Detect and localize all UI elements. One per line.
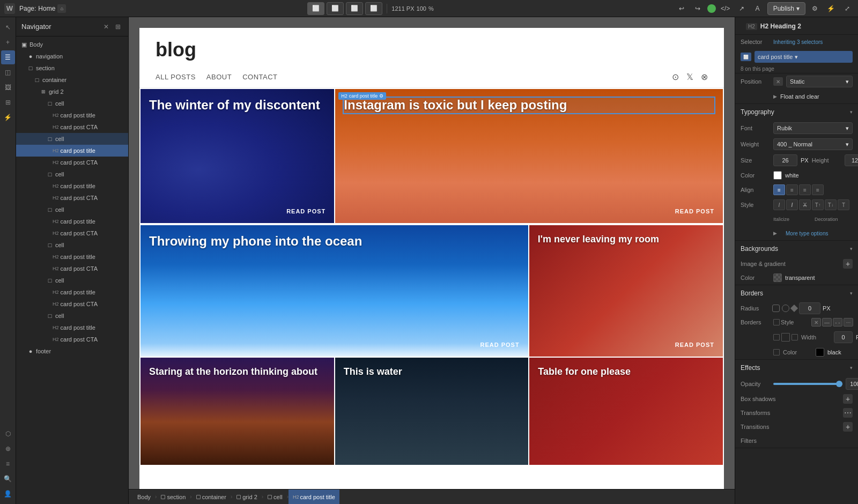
tree-item-h2-7[interactable]: H2 card post title [16, 216, 128, 227]
tool-layers[interactable]: ⊕ [1, 442, 15, 456]
tree-item-cell7[interactable]: □ cell [16, 310, 128, 322]
float-expand-arrow[interactable]: ▶ [773, 94, 777, 99]
tree-item-h2-11[interactable]: H2 card post title [16, 286, 128, 298]
tree-item-body[interactable]: ▣ Body [16, 39, 128, 50]
redo-button[interactable]: ↪ [691, 2, 704, 15]
height-input[interactable] [845, 154, 858, 166]
tool-components[interactable]: ◫ [1, 65, 15, 79]
bg-color-swatch[interactable] [773, 273, 782, 282]
breadcrumb-section[interactable]: section [157, 490, 190, 504]
backgrounds-header[interactable]: Backgrounds ▾ [735, 241, 858, 257]
breadcrumb-cell[interactable]: cell [263, 490, 287, 504]
breadcrumb-grid2[interactable]: grid 2 [232, 490, 262, 504]
lightning-button[interactable]: ⚡ [825, 2, 838, 15]
border-style-dotted-button[interactable]: ··· [844, 318, 853, 327]
tablet-breakpoint[interactable]: ⬜ [346, 2, 363, 15]
position-dropdown[interactable]: Static ▾ [786, 76, 853, 87]
align-center-button[interactable]: ≡ [786, 184, 798, 195]
code-view-button[interactable]: </> [719, 2, 732, 15]
tree-item-grid2[interactable]: ⊞ grid 2 [16, 86, 128, 98]
nav-contact[interactable]: CONTACT [242, 73, 277, 81]
navigator-expand[interactable]: ⊞ [113, 22, 123, 32]
tree-item-h2-4[interactable]: H2 card post CTA [16, 157, 128, 168]
align-justify-button[interactable]: ≡ [812, 184, 824, 195]
breadcrumb-h2-card-post-title[interactable]: H2 card post title [289, 490, 339, 504]
desktop-breakpoint[interactable]: ⬜ [327, 2, 344, 15]
effects-header[interactable]: Effects ▾ [735, 360, 858, 376]
expand-button[interactable]: ⤢ [841, 2, 854, 15]
tree-item-cell2[interactable]: □ cell [16, 133, 128, 145]
navigator-close[interactable]: ✕ [101, 22, 111, 32]
instagram-icon[interactable]: ⊙ [672, 72, 679, 82]
bold-italic-button[interactable]: I [786, 199, 798, 210]
settings-gear-icon[interactable]: ⚙ [379, 93, 383, 99]
radius-diamond-icon[interactable] [790, 305, 798, 312]
tree-item-cell3[interactable]: □ cell [16, 168, 128, 180]
tree-item-h2-13[interactable]: H2 card post title [16, 322, 128, 333]
border-bottom-button[interactable] [792, 334, 798, 340]
undo-button[interactable]: ↩ [675, 2, 688, 15]
radius-square-icon[interactable] [772, 305, 780, 312]
typography-header[interactable]: Typography ▾ [735, 104, 858, 120]
add-box-shadow-button[interactable]: + [843, 394, 853, 404]
border-style-dashed-button[interactable]: - - [833, 318, 842, 327]
tree-item-h2-2[interactable]: H2 card post CTA [16, 121, 128, 133]
canvas-area[interactable]: blog ALL POSTS ABOUT CONTACT ⊙ 𝕏 ⊗ [129, 17, 735, 489]
text-tool-button[interactable]: A [751, 2, 764, 15]
card-table[interactable]: Table for one please [529, 358, 723, 465]
border-color-side-button[interactable] [773, 349, 780, 355]
share-button[interactable]: ↗ [735, 2, 748, 15]
github-icon[interactable]: ⊗ [701, 72, 708, 82]
tree-item-h2-12[interactable]: H2 card post CTA [16, 298, 128, 310]
border-style-x-button[interactable]: ✕ [811, 318, 821, 327]
tool-navigator[interactable]: ☰ [1, 50, 15, 64]
card-winter[interactable]: The winter of my discontent READ POST [140, 89, 334, 223]
card-room[interactable]: I'm never leaving my room READ POST [529, 225, 723, 357]
card-horizon[interactable]: Staring at the horizon thinking about [140, 358, 334, 465]
tool-add[interactable]: + [1, 35, 15, 49]
tool-interactions[interactable]: ≡ [1, 457, 15, 471]
border-top-button[interactable] [773, 334, 780, 340]
tree-item-navigation[interactable]: ● navigation [16, 50, 128, 62]
settings-button[interactable]: ⚙ [809, 2, 822, 15]
align-left-button[interactable]: ≡ [773, 184, 785, 195]
tool-cms[interactable]: ⊞ [1, 95, 15, 109]
borders-header[interactable]: Borders ▾ [735, 285, 858, 301]
add-transition-button[interactable]: + [843, 422, 853, 432]
tree-item-h2-6[interactable]: H2 card post CTA [16, 192, 128, 204]
nav-about[interactable]: ABOUT [206, 73, 232, 81]
radius-input[interactable] [799, 302, 820, 314]
breadcrumb-body[interactable]: Body [133, 490, 155, 504]
nav-all-posts[interactable]: ALL POSTS [156, 73, 196, 81]
weight-dropdown[interactable]: 400 _ Normal ▾ [773, 138, 853, 150]
add-transform-button[interactable]: ⋯ [843, 408, 853, 418]
selector-dropdown[interactable]: card post title ▾ [755, 51, 853, 63]
tree-item-h2-8[interactable]: H2 card post CTA [16, 227, 128, 239]
card-instagram[interactable]: H2 card post title ⚙ Instagram is toxic … [335, 89, 723, 223]
strikethrough-button[interactable]: X [799, 199, 811, 210]
tree-item-h2-14[interactable]: H2 card post CTA [16, 333, 128, 345]
tool-pages[interactable]: ⬡ [1, 427, 15, 441]
uppercase-button[interactable]: T [838, 199, 849, 210]
mobile-breakpoint[interactable]: ⬜ [365, 2, 382, 15]
tree-item-h2-3[interactable]: H2 card post title [16, 145, 128, 157]
tree-item-cell5[interactable]: □ cell [16, 239, 128, 251]
tree-item-footer[interactable]: ● footer [16, 345, 128, 357]
tree-item-cell6[interactable]: □ cell [16, 275, 128, 286]
border-color-swatch[interactable] [816, 348, 824, 357]
tree-item-h2-10[interactable]: H2 card post CTA [16, 263, 128, 275]
more-type-expand[interactable]: ▶ [773, 231, 777, 236]
subscript-button[interactable]: T↓ [825, 199, 837, 210]
tree-item-h2-1[interactable]: H2 card post title [16, 109, 128, 121]
more-type-link[interactable]: More type options [780, 229, 834, 238]
tree-item-h2-5[interactable]: H2 card post title [16, 180, 128, 192]
tree-item-section[interactable]: □ section [16, 62, 128, 74]
border-style-solid-button[interactable]: — [822, 318, 832, 327]
position-x-button[interactable]: ✕ [773, 77, 783, 86]
desktop-lg-breakpoint[interactable]: ⬜ [307, 2, 324, 15]
tool-select[interactable]: ↖ [1, 20, 15, 34]
border-all-sides-button[interactable] [781, 333, 790, 342]
superscript-button[interactable]: T↑ [812, 199, 824, 210]
font-dropdown[interactable]: Rubik ▾ [773, 122, 853, 134]
tool-users[interactable]: 👤 [1, 487, 15, 501]
